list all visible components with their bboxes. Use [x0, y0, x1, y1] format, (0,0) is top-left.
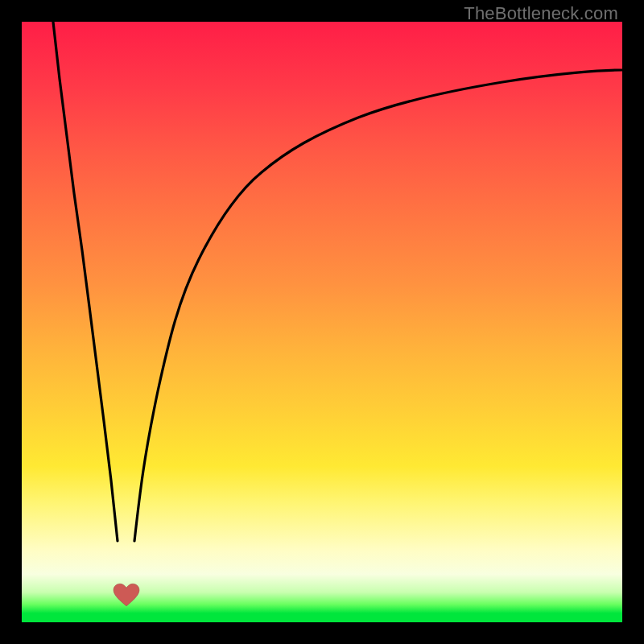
- bottleneck-curve: [22, 22, 622, 622]
- curve-right-branch: [134, 70, 622, 541]
- curve-left-branch: [53, 22, 118, 541]
- watermark-text: TheBottleneck.com: [464, 3, 618, 24]
- optimal-point-heart-icon: [113, 583, 140, 607]
- plot-area: [22, 22, 622, 622]
- chart-frame: TheBottleneck.com: [0, 0, 644, 644]
